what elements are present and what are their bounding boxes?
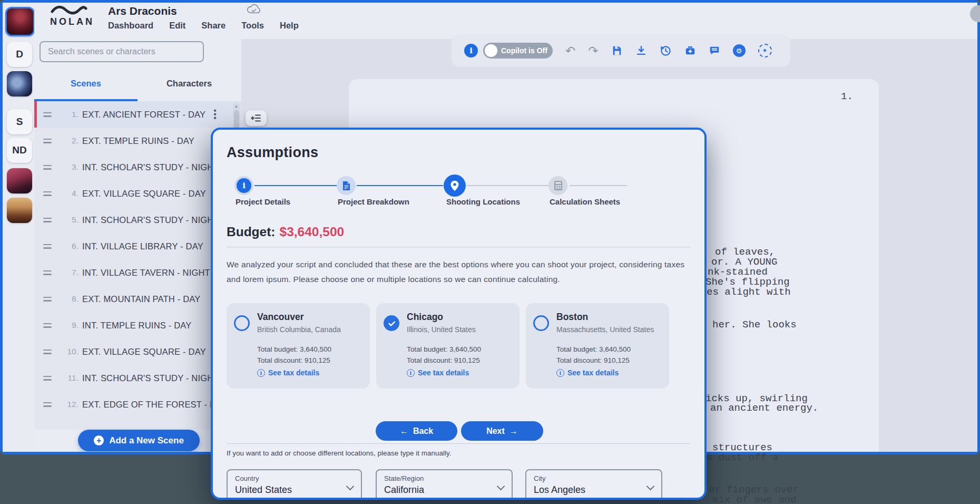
step-connector — [357, 185, 443, 186]
step-connector — [254, 185, 337, 186]
scene-number: 5. — [54, 215, 79, 225]
drag-handle-icon[interactable] — [43, 218, 52, 222]
scrollbar-up-icon[interactable]: ▲ — [233, 104, 240, 109]
location-discount: Total discount: 910,125 — [257, 356, 330, 364]
menu-item-dashboard[interactable]: Dashboard — [108, 21, 153, 31]
project-rail: DSND — [3, 3, 34, 452]
scene-number: 9. — [54, 321, 79, 330]
search-input[interactable] — [40, 41, 204, 62]
main-menu: DashboardEditShareToolsHelp — [108, 21, 299, 31]
step-info-icon[interactable]: i — [234, 176, 253, 195]
drag-handle-icon[interactable] — [43, 112, 52, 117]
app-header: NOLAN Ars Draconis DashboardEditShareToo… — [34, 3, 977, 39]
location-region: Illinois, United States — [407, 325, 476, 334]
history-icon[interactable] — [660, 45, 672, 57]
dropdown-city[interactable]: CityLos Angeles — [525, 469, 662, 500]
drag-handle-icon[interactable] — [43, 297, 52, 302]
location-region: Massachusetts, United States — [556, 325, 654, 334]
scene-row[interactable]: 1.EXT. ANCIENT FOREST - DAY••• — [34, 101, 241, 128]
avatar-figure-red[interactable] — [7, 168, 32, 193]
script-text-fragment: her. She looks — [712, 319, 797, 331]
avatar-d[interactable]: D — [7, 42, 32, 67]
script-text-fragment: mix of awe and — [712, 494, 797, 504]
drag-handle-icon[interactable] — [43, 350, 52, 354]
location-discount: Total discount: 910,125 — [407, 356, 480, 364]
step-pin-icon[interactable] — [444, 175, 466, 197]
logo-wave-icon — [50, 5, 88, 15]
location-discount: Total discount: 910,125 — [556, 356, 630, 364]
scene-number: 8. — [54, 294, 79, 304]
step-doc-icon[interactable] — [337, 176, 356, 195]
menu-item-help[interactable]: Help — [280, 21, 299, 31]
radio-unchecked-icon[interactable] — [533, 315, 549, 331]
next-button[interactable]: Next → — [461, 421, 543, 441]
location-card-vancouver[interactable]: VancouverBritish Columbia, CanadaTotal b… — [227, 303, 370, 389]
step-calc-icon[interactable] — [548, 176, 567, 195]
editor-toolbar: i Copilot is Off ↶ ↷ ⚙ ✦ — [452, 34, 790, 67]
tax-details-link[interactable]: iSee tax details — [257, 369, 319, 377]
next-label: Next — [486, 427, 505, 436]
ai-head-icon[interactable]: ⚙ — [733, 44, 746, 57]
scene-number: 1. — [54, 110, 79, 119]
drag-handle-icon[interactable] — [43, 244, 52, 249]
dropdown-stateregion[interactable]: State/RegionCalifornia — [376, 469, 513, 500]
drag-handle-icon[interactable] — [43, 165, 52, 170]
avatar-face-art[interactable] — [7, 71, 32, 96]
scene-title: INT. SCHOLAR'S STUDY - NIGHT — [82, 162, 219, 172]
copilot-toggle[interactable]: Copilot is Off — [483, 43, 553, 59]
location-card-boston[interactable]: BostonMassachusetts, United StatesTotal … — [526, 303, 669, 389]
plus-icon: + — [94, 435, 104, 445]
info-circle-icon: i — [257, 369, 265, 377]
tax-details-link[interactable]: iSee tax details — [407, 369, 469, 377]
avatar-nd[interactable]: ND — [7, 138, 32, 163]
drag-handle-icon[interactable] — [43, 323, 52, 328]
info-circle-icon: i — [407, 369, 415, 377]
comment-icon[interactable] — [709, 45, 720, 56]
scene-title: EXT. VILLAGE SQUARE - DAY — [82, 347, 206, 357]
dropdown-value: Los Angeles — [534, 484, 654, 496]
selected-indicator — [34, 101, 37, 128]
menu-item-share[interactable]: Share — [201, 21, 226, 31]
tab-scenes[interactable]: Scenes — [34, 66, 138, 101]
logo-wordmark: NOLAN — [50, 16, 94, 27]
script-text-fragment: an ancient energy. — [710, 402, 818, 414]
location-name: Boston — [556, 312, 588, 323]
ai-sync-icon[interactable]: ✦ — [758, 44, 772, 57]
dropdown-country[interactable]: CountryUnited States — [227, 469, 362, 500]
scene-title: EXT. EDGE OF THE FOREST - NIG.. — [82, 400, 231, 410]
budget-line: Budget:$3,640,500 — [227, 225, 344, 239]
collapse-panel-button[interactable] — [246, 110, 267, 126]
drag-handle-icon[interactable] — [43, 376, 52, 381]
menu-item-edit[interactable]: Edit — [169, 21, 185, 31]
add-scene-label: Add a New Scene — [109, 435, 184, 446]
scene-title: EXT. TEMPLE RUINS - DAY — [82, 136, 194, 146]
project-icon-dragon[interactable] — [5, 7, 35, 36]
drag-handle-icon[interactable] — [43, 270, 52, 275]
save-icon[interactable] — [611, 45, 623, 56]
tax-details-label: See tax details — [418, 369, 469, 377]
drag-handle-icon[interactable] — [43, 191, 52, 196]
dropdown-label: Country — [235, 474, 354, 482]
download-icon[interactable] — [635, 45, 647, 56]
kebab-menu-icon[interactable]: ••• — [212, 109, 218, 120]
add-scene-button[interactable]: + Add a New Scene — [78, 430, 200, 451]
undo-icon[interactable]: ↶ — [565, 45, 575, 57]
menu-item-tools[interactable]: Tools — [241, 21, 264, 31]
tab-characters[interactable]: Characters — [138, 66, 241, 101]
medical-kit-icon[interactable] — [684, 45, 696, 56]
avatar-figure-sepia[interactable] — [7, 198, 32, 223]
script-page-number: 1. — [841, 91, 853, 102]
location-card-chicago[interactable]: ChicagoIllinois, United StatesTotal budg… — [376, 303, 520, 389]
radio-checked-icon[interactable] — [384, 315, 399, 331]
info-icon[interactable]: i — [464, 44, 478, 57]
dropdown-label: State/Region — [384, 474, 504, 482]
scene-title: INT. SCHOLAR'S STUDY - NIGHT — [82, 373, 219, 383]
tax-details-link[interactable]: iSee tax details — [556, 369, 619, 377]
avatar-s[interactable]: S — [7, 109, 32, 134]
drag-handle-icon[interactable] — [43, 139, 52, 143]
script-text-fragment: es alight with — [707, 286, 791, 298]
radio-unchecked-icon[interactable] — [234, 315, 250, 331]
drag-handle-icon[interactable] — [43, 402, 52, 407]
redo-icon[interactable]: ↷ — [588, 45, 598, 57]
back-button[interactable]: ← Back — [376, 421, 457, 441]
